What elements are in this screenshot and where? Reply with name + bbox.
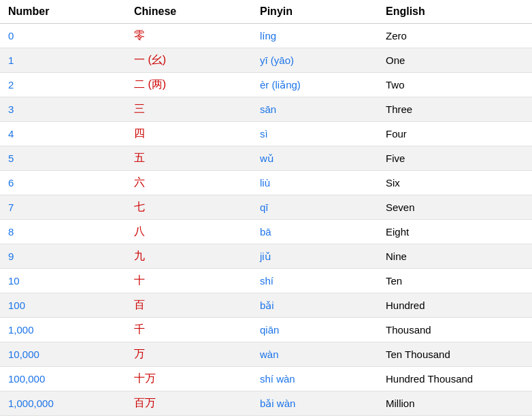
cell-english: Ten bbox=[378, 269, 532, 293]
header-number: Number bbox=[0, 0, 126, 24]
cell-pinyin: qiān bbox=[252, 318, 378, 342]
table-row: 10,000,000千万qiān wànTen Million bbox=[0, 416, 532, 421]
cell-chinese: 五 bbox=[126, 146, 252, 171]
cell-chinese: 四 bbox=[126, 122, 252, 146]
cell-chinese: 八 bbox=[126, 220, 252, 244]
cell-pinyin: líng bbox=[252, 24, 378, 48]
cell-number: 5 bbox=[0, 146, 126, 171]
header-chinese: Chinese bbox=[126, 0, 252, 24]
cell-pinyin: shí wàn bbox=[252, 367, 378, 391]
cell-number: 10 bbox=[0, 269, 126, 293]
cell-number: 3 bbox=[0, 97, 126, 122]
table-row: 1一 (幺)yī (yāo)One bbox=[0, 48, 532, 73]
cell-english: Million bbox=[378, 391, 532, 416]
cell-chinese: 三 bbox=[126, 97, 252, 122]
cell-number: 100 bbox=[0, 293, 126, 318]
table-header-row: Number Chinese Pinyin English bbox=[0, 0, 532, 24]
cell-english: Ten Million bbox=[378, 416, 532, 421]
cell-number: 10,000,000 bbox=[0, 416, 126, 421]
table-row: 6六liùSix bbox=[0, 171, 532, 195]
table-row: 1,000,000百万bǎi wànMillion bbox=[0, 391, 532, 416]
table-row: 100百bǎiHundred bbox=[0, 293, 532, 318]
cell-english: Nine bbox=[378, 244, 532, 269]
header-english: English bbox=[378, 0, 532, 24]
cell-english: Four bbox=[378, 122, 532, 146]
table-row: 1,000千qiānThousand bbox=[0, 318, 532, 342]
cell-english: Five bbox=[378, 146, 532, 171]
table-row: 4四sìFour bbox=[0, 122, 532, 146]
cell-pinyin: wàn bbox=[252, 342, 378, 367]
cell-english: Seven bbox=[378, 195, 532, 220]
table-row: 8八bāEight bbox=[0, 220, 532, 244]
cell-pinyin: sì bbox=[252, 122, 378, 146]
cell-number: 6 bbox=[0, 171, 126, 195]
cell-chinese: 万 bbox=[126, 342, 252, 367]
cell-english: Zero bbox=[378, 24, 532, 48]
cell-chinese: 九 bbox=[126, 244, 252, 269]
cell-english: Six bbox=[378, 171, 532, 195]
cell-pinyin: sān bbox=[252, 97, 378, 122]
cell-chinese: 十万 bbox=[126, 367, 252, 391]
cell-chinese: 七 bbox=[126, 195, 252, 220]
cell-english: Thousand bbox=[378, 318, 532, 342]
cell-chinese: 千 bbox=[126, 318, 252, 342]
cell-pinyin: bā bbox=[252, 220, 378, 244]
cell-chinese: 六 bbox=[126, 171, 252, 195]
cell-pinyin: liù bbox=[252, 171, 378, 195]
cell-pinyin: jiǔ bbox=[252, 244, 378, 269]
cell-english: Hundred Thousand bbox=[378, 367, 532, 391]
cell-english: Ten Thousand bbox=[378, 342, 532, 367]
cell-number: 2 bbox=[0, 73, 126, 97]
cell-number: 9 bbox=[0, 244, 126, 269]
table-row: 5五wǔFive bbox=[0, 146, 532, 171]
cell-number: 1,000 bbox=[0, 318, 126, 342]
table-row: 10,000万wànTen Thousand bbox=[0, 342, 532, 367]
cell-number: 1,000,000 bbox=[0, 391, 126, 416]
table-row: 10十shíTen bbox=[0, 269, 532, 293]
cell-chinese: 二 (两) bbox=[126, 73, 252, 97]
cell-number: 1 bbox=[0, 48, 126, 73]
cell-pinyin: shí bbox=[252, 269, 378, 293]
cell-number: 0 bbox=[0, 24, 126, 48]
cell-number: 8 bbox=[0, 220, 126, 244]
cell-pinyin: wǔ bbox=[252, 146, 378, 171]
cell-english: Three bbox=[378, 97, 532, 122]
cell-english: One bbox=[378, 48, 532, 73]
cell-chinese: 十 bbox=[126, 269, 252, 293]
cell-chinese: 零 bbox=[126, 24, 252, 48]
table-row: 0零língZero bbox=[0, 24, 532, 48]
cell-pinyin: qiān wàn bbox=[252, 416, 378, 421]
cell-chinese: 百万 bbox=[126, 391, 252, 416]
cell-english: Two bbox=[378, 73, 532, 97]
cell-number: 100,000 bbox=[0, 367, 126, 391]
cell-english: Hundred bbox=[378, 293, 532, 318]
cell-pinyin: yī (yāo) bbox=[252, 48, 378, 73]
table-row: 2二 (两)èr (liǎng)Two bbox=[0, 73, 532, 97]
cell-chinese: 百 bbox=[126, 293, 252, 318]
table-row: 100,000十万shí wànHundred Thousand bbox=[0, 367, 532, 391]
table-row: 9九jiǔNine bbox=[0, 244, 532, 269]
numbers-table: Number Chinese Pinyin English 0零língZero… bbox=[0, 0, 532, 420]
header-pinyin: Pinyin bbox=[252, 0, 378, 24]
table-row: 7七qīSeven bbox=[0, 195, 532, 220]
cell-chinese: 千万 bbox=[126, 416, 252, 421]
cell-number: 10,000 bbox=[0, 342, 126, 367]
cell-number: 7 bbox=[0, 195, 126, 220]
cell-number: 4 bbox=[0, 122, 126, 146]
cell-pinyin: èr (liǎng) bbox=[252, 73, 378, 97]
cell-pinyin: bǎi bbox=[252, 293, 378, 318]
table-row: 3三sānThree bbox=[0, 97, 532, 122]
cell-pinyin: qī bbox=[252, 195, 378, 220]
cell-english: Eight bbox=[378, 220, 532, 244]
cell-chinese: 一 (幺) bbox=[126, 48, 252, 73]
cell-pinyin: bǎi wàn bbox=[252, 391, 378, 416]
